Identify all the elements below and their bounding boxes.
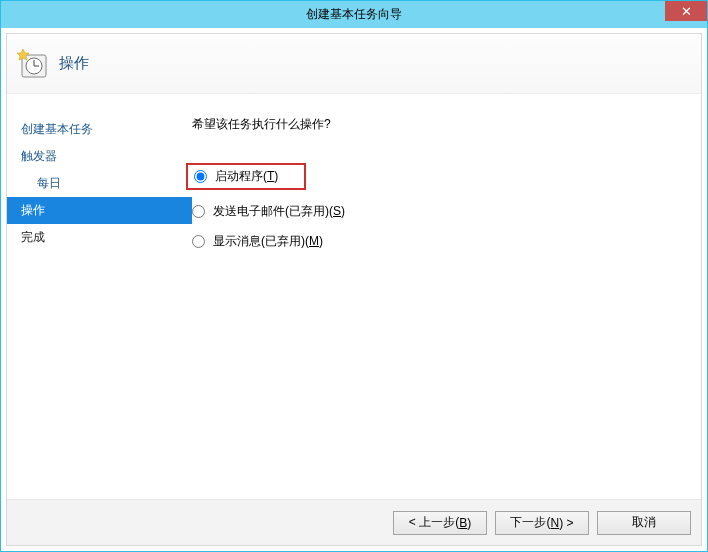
- page-title: 操作: [59, 54, 89, 73]
- content-wrap: 操作 创建基本任务触发器每日操作完成 希望该任务执行什么操作? 启动程序(T)发…: [1, 28, 707, 551]
- window-title: 创建基本任务向导: [1, 6, 707, 23]
- sidebar: 创建基本任务触发器每日操作完成: [7, 94, 192, 499]
- wizard-header: 操作: [7, 34, 701, 94]
- wizard-footer: < 上一步(B) 下一步(N) > 取消: [7, 499, 701, 545]
- back-button[interactable]: < 上一步(B): [393, 511, 487, 535]
- radio-label-0: 启动程序(T): [215, 168, 278, 185]
- action-radio-group: 启动程序(T)发送电子邮件(已弃用)(S)显示消息(已弃用)(M): [192, 171, 701, 251]
- wizard-window: 创建基本任务向导 ✕ 操作 创建基本任务触发器每日操作完成: [0, 0, 708, 552]
- radio-label-2: 显示消息(已弃用)(M): [213, 233, 323, 250]
- sidebar-item-1[interactable]: 触发器: [7, 143, 192, 170]
- radio-input-1[interactable]: [192, 205, 205, 218]
- sidebar-item-4: 完成: [7, 224, 192, 251]
- clock-star-icon: [17, 48, 49, 80]
- next-button[interactable]: 下一步(N) >: [495, 511, 589, 535]
- close-button[interactable]: ✕: [665, 1, 707, 21]
- sidebar-item-0[interactable]: 创建基本任务: [7, 116, 192, 143]
- cancel-button[interactable]: 取消: [597, 511, 691, 535]
- radio-input-0[interactable]: [194, 170, 207, 183]
- radio-row-2: 显示消息(已弃用)(M): [192, 231, 701, 251]
- radio-row-0: 启动程序(T): [186, 163, 306, 190]
- titlebar: 创建基本任务向导 ✕: [1, 1, 707, 28]
- main-panel: 希望该任务执行什么操作? 启动程序(T)发送电子邮件(已弃用)(S)显示消息(已…: [192, 94, 701, 499]
- radio-input-2[interactable]: [192, 235, 205, 248]
- sidebar-item-2[interactable]: 每日: [7, 170, 192, 197]
- radio-label-1: 发送电子邮件(已弃用)(S): [213, 203, 345, 220]
- wizard-body: 创建基本任务触发器每日操作完成 希望该任务执行什么操作? 启动程序(T)发送电子…: [7, 94, 701, 499]
- question-label: 希望该任务执行什么操作?: [192, 116, 701, 133]
- dialog-frame: 操作 创建基本任务触发器每日操作完成 希望该任务执行什么操作? 启动程序(T)发…: [6, 33, 702, 546]
- sidebar-item-3: 操作: [7, 197, 192, 224]
- radio-row-1: 发送电子邮件(已弃用)(S): [192, 201, 701, 221]
